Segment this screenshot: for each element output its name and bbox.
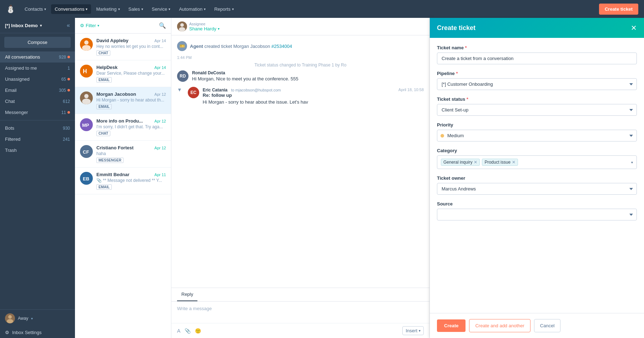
settings-gear-icon: ⚙ (5, 330, 9, 335)
inbox-settings-link[interactable]: ⚙ Inbox Settings (0, 327, 75, 338)
sidebar-item-bots[interactable]: Bots 930 (0, 123, 75, 134)
ticket-name-group: Ticket name * (437, 45, 637, 64)
ticket-name-input[interactable] (437, 53, 637, 64)
ticket-status-select[interactable]: New Waiting on contact Waiting on us Cli… (437, 104, 637, 116)
conversation-item[interactable]: H HelpDesk Apr 14 Dear Service, Please c… (75, 60, 171, 87)
system-icon: 🎫 (177, 41, 187, 51)
attachment-icon[interactable]: 📎 (185, 328, 191, 334)
nav-marketing[interactable]: Marketing ▾ (92, 4, 123, 14)
inbox-title[interactable]: [*] Inbox Demo ▾ (5, 23, 42, 28)
sidebar-item-messenger[interactable]: Messenger 11 (0, 107, 75, 118)
avatar: CF (80, 145, 93, 158)
category-dropdown-icon[interactable]: ▾ (631, 160, 633, 164)
conversation-item[interactable]: David Appleby Apr 14 Hey no worries let … (75, 34, 171, 60)
ticket-owner-group: Ticket owner Marcus Andrews (437, 175, 637, 195)
filter-chevron-icon: ▾ (97, 24, 99, 28)
user-status-area[interactable]: Away ▾ (0, 309, 75, 327)
svg-text:CF: CF (83, 149, 89, 155)
sidebar-item-all-conversations[interactable]: All conversations 928 (0, 51, 75, 63)
priority-label: Priority (437, 122, 637, 128)
email-dot (67, 89, 70, 91)
main-layout: [*] Inbox Demo ▾ « Compose All conversat… (0, 18, 644, 338)
conv-body: Emmitt Bednar Apr 11 📎 ** Message not de… (96, 172, 166, 190)
insert-button[interactable]: Insert ▾ (402, 326, 424, 335)
nav-contacts[interactable]: Contacts ▾ (21, 4, 50, 14)
nav-reports[interactable]: Reports ▾ (211, 4, 237, 14)
automation-chevron-icon: ▾ (204, 7, 206, 11)
conversation-list: ⚙ Filter ▾ 🔍 David Appleby Apr 14 Hey no… (75, 18, 171, 338)
category-tag-general: General inquiry ✕ (441, 159, 480, 166)
priority-select[interactable]: Low Medium High Urgent (437, 130, 637, 141)
remove-product-issue-icon[interactable]: ✕ (512, 160, 515, 165)
text-format-icon[interactable]: A (177, 328, 180, 334)
avatar: EB (80, 172, 93, 185)
category-label: Category (437, 148, 637, 153)
conv-body: David Appleby Apr 14 Hey no worries let … (96, 38, 166, 56)
panel-header: Create ticket ✕ (430, 18, 644, 38)
search-icon[interactable]: 🔍 (159, 22, 166, 29)
source-group: Source (437, 201, 637, 220)
conversation-item[interactable]: MP More info on Produ... Apr 12 I'm sorr… (75, 114, 171, 141)
conversation-items: David Appleby Apr 14 Hey no worries let … (75, 34, 171, 338)
emoji-icon[interactable]: 🙂 (195, 328, 201, 334)
source-select[interactable] (437, 209, 637, 220)
create-and-add-another-button[interactable]: Create and add another (469, 319, 530, 332)
conversation-item[interactable]: CF Cristiano Fortest Apr 12 haha MESSENG… (75, 141, 171, 168)
inbox-chevron-icon: ▾ (40, 24, 42, 28)
collapsed-message: ▼ EC Eric Catania to mjacobson@hubspot.c… (177, 87, 424, 105)
category-tags-container[interactable]: General inquiry ✕ Product issue ✕ ▾ (437, 155, 637, 169)
pipeline-select[interactable]: [*] Customer Onboarding Support Pipeline… (437, 78, 637, 90)
source-label: Source (437, 201, 637, 207)
status-chevron-icon: ▾ (31, 317, 33, 320)
create-ticket-panel: Create ticket ✕ Ticket name * Pipeline *… (430, 18, 644, 338)
message-input[interactable]: Write a message (171, 302, 429, 323)
sidebar-item-email[interactable]: Email 305 (0, 85, 75, 96)
ticket-owner-label: Ticket owner (437, 175, 637, 181)
sidebar-item-unassigned[interactable]: Unassigned 65 (0, 74, 75, 85)
create-button[interactable]: Create (437, 319, 466, 332)
nav-conversations[interactable]: Conversations ▾ (51, 4, 91, 14)
ticket-link[interactable]: #2534004 (271, 44, 292, 49)
compose-button[interactable]: Compose (4, 37, 71, 48)
remove-general-inquiry-icon[interactable]: ✕ (474, 160, 477, 165)
svg-point-10 (180, 23, 184, 27)
filter-button[interactable]: ⚙ Filter ▾ (80, 23, 99, 28)
sidebar: [*] Inbox Demo ▾ « Compose All conversat… (0, 18, 75, 338)
ticket-name-label: Ticket name * (437, 45, 637, 50)
tab-reply[interactable]: Reply (177, 288, 197, 301)
service-chevron-icon: ▾ (168, 7, 170, 11)
message-avatar: RD (177, 70, 188, 82)
close-panel-button[interactable]: ✕ (631, 24, 637, 32)
assignee-avatar (177, 21, 187, 31)
messenger-dot (67, 111, 70, 114)
hubspot-logo: ⛄ (6, 4, 15, 14)
sidebar-item-trash[interactable]: Trash (0, 145, 75, 156)
reports-chevron-icon: ▾ (232, 7, 234, 11)
pipeline-group: Pipeline * [*] Customer Onboarding Suppo… (437, 71, 637, 90)
panel-footer: Create Create and add another Cancel (430, 313, 644, 338)
create-ticket-nav-button[interactable]: Create ticket (599, 4, 638, 15)
expand-message-icon[interactable]: ▼ (177, 87, 182, 93)
sidebar-item-filtered[interactable]: Filtered 241 (0, 134, 75, 145)
svg-point-6 (82, 99, 91, 104)
pipeline-label: Pipeline * (437, 71, 637, 76)
unassigned-dot (67, 78, 70, 80)
nav-automation[interactable]: Automation ▾ (175, 4, 209, 14)
conversation-item[interactable]: EB Emmitt Bednar Apr 11 📎 ** Message not… (75, 168, 171, 194)
conv-main-header: Assignee Shane Hardy ▾ (171, 18, 429, 35)
sidebar-item-chat[interactable]: Chat 612 (0, 96, 75, 107)
collapse-sidebar-icon[interactable]: « (67, 22, 70, 29)
sidebar-nav: All conversations 928 Assigned to me 1 U… (0, 51, 75, 309)
sidebar-item-assigned-to-me[interactable]: Assigned to me 1 (0, 63, 75, 74)
conversation-item-active[interactable]: Morgan Jacobson Apr 12 Hi Morgan - sorry… (75, 87, 171, 114)
sidebar-header: [*] Inbox Demo ▾ « (0, 18, 75, 33)
svg-point-1 (7, 319, 13, 323)
top-nav: ⛄ Contacts ▾ Conversations ▾ Marketing ▾… (0, 0, 644, 18)
cancel-button[interactable]: Cancel (534, 319, 560, 332)
ticket-owner-select[interactable]: Marcus Andrews (437, 183, 637, 195)
contacts-chevron-icon: ▾ (44, 7, 46, 11)
svg-text:H: H (83, 68, 87, 74)
nav-service[interactable]: Service ▾ (148, 4, 174, 14)
nav-sales[interactable]: Sales ▾ (125, 4, 147, 14)
sidebar-divider (0, 120, 75, 120)
